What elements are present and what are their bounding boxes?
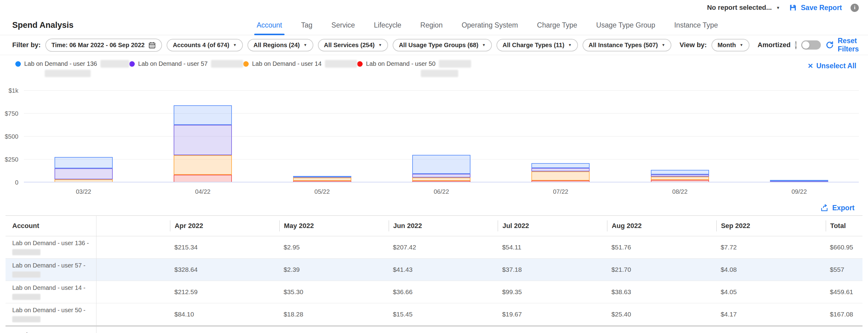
filter-pill-all-instance-types-507[interactable]: All Instance Types (507)▼ <box>583 39 671 52</box>
info-icon[interactable]: i <box>850 4 859 12</box>
table-row: Lab on Demand - user 57 -$328.64$2.39$41… <box>5 259 863 281</box>
filter-by-label: Filter by: <box>12 41 41 49</box>
account-name: Lab on Demand - user 50 - <box>12 306 96 314</box>
total-value-cell: $20.02 <box>716 326 826 333</box>
account-name: Lab on Demand - user 14 - <box>12 284 96 292</box>
value-cell: $167.08 <box>826 303 863 326</box>
spacer-cell <box>96 236 170 259</box>
tab-charge-type[interactable]: Charge Type <box>537 15 577 35</box>
tab-operating-system[interactable]: Operating System <box>462 15 518 35</box>
spacer-cell <box>96 326 170 333</box>
total-row: Total$840.67$58.92$300.95$210.32$137.49$… <box>5 326 863 333</box>
bar-segment-07-22-lab-on-demand-user-57[interactable] <box>531 168 590 171</box>
export-icon <box>820 204 829 212</box>
tab-instance-type[interactable]: Instance Type <box>674 15 718 35</box>
export-button[interactable]: Export <box>820 204 855 212</box>
filter-pill-all-charge-types-11[interactable]: All Charge Types (11)▼ <box>496 39 578 52</box>
bar-segment-07-22-lab-on-demand-user-14[interactable] <box>531 171 590 180</box>
account-cell: Lab on Demand - user 50 - <box>5 303 96 326</box>
redacted-text <box>45 70 91 77</box>
value-cell: $15.45 <box>389 303 498 326</box>
spacer-cell <box>96 281 170 303</box>
filter-pill-all-regions-24[interactable]: All Regions (24)▼ <box>247 39 313 52</box>
filter-pill-label: Accounts 4 (of 674) <box>173 42 229 49</box>
bar-segment-05-22-lab-on-demand-user-14[interactable] <box>293 177 351 181</box>
bar-segment-04-22-lab-on-demand-user-57[interactable] <box>174 125 232 155</box>
value-cell: $18.28 <box>279 303 389 326</box>
account-name: Lab on Demand - user 57 - <box>12 262 96 269</box>
value-cell: $19.67 <box>498 303 607 326</box>
value-cell: $84.10 <box>170 303 279 326</box>
bar-segment-06-22-lab-on-demand-user-14[interactable] <box>412 177 470 181</box>
bar-segment-06-22-lab-on-demand-user-136[interactable] <box>412 155 470 174</box>
value-cell: $36.66 <box>389 281 498 303</box>
bar-segment-04-22-lab-on-demand-user-136[interactable] <box>174 105 232 125</box>
bar-segment-07-22-lab-on-demand-user-136[interactable] <box>531 163 590 168</box>
tab-lifecycle[interactable]: Lifecycle <box>374 15 401 35</box>
tab-region[interactable]: Region <box>420 15 442 35</box>
legend-dot <box>129 61 135 67</box>
legend-dot <box>15 61 21 67</box>
value-cell: $215.34 <box>170 236 279 259</box>
column-header-sep-2022: Sep 2022 <box>716 216 826 236</box>
tab-tag[interactable]: Tag <box>301 15 312 35</box>
filter-pill-label: All Services (254) <box>324 42 375 49</box>
legend-item-lab-on-demand-user-136[interactable]: Lab on Demand - user 136 <box>15 60 129 78</box>
column-header-apr-2022: Apr 2022 <box>170 216 279 236</box>
filter-pill-all-services-254[interactable]: All Services (254)▼ <box>318 39 389 52</box>
bar-segment-08-22-lab-on-demand-user-14[interactable] <box>651 176 709 180</box>
filter-pill-time-06-mar-2022-06-sep-2022[interactable]: Time: 06 Mar 2022 - 06 Sep 2022 <box>45 39 162 52</box>
value-cell: $212.59 <box>170 281 279 303</box>
chevron-down-icon: ▼ <box>482 43 486 47</box>
total-value-cell: $210.32 <box>498 326 607 333</box>
reset-filters-button[interactable]: Reset Filters <box>826 37 859 53</box>
save-report-button[interactable]: Save Report <box>789 3 842 12</box>
legend-item-lab-on-demand-user-57[interactable]: Lab on Demand - user 57 <box>129 60 243 78</box>
chart-legend: Lab on Demand - user 136Lab on Demand - … <box>15 60 471 78</box>
refresh-icon <box>826 41 834 49</box>
filter-pill-label: All Charge Types (11) <box>503 42 564 49</box>
reset-filters-label: Reset Filters <box>838 37 859 53</box>
tab-service[interactable]: Service <box>331 15 355 35</box>
value-cell: $21.70 <box>607 259 716 281</box>
tab-account[interactable]: Account <box>257 15 282 35</box>
toggle-knob <box>802 41 809 49</box>
bar-segment-04-22-lab-on-demand-user-14[interactable] <box>174 155 232 175</box>
legend-label: Lab on Demand - user 50 <box>366 60 436 67</box>
filter-pills: Time: 06 Mar 2022 - 06 Sep 2022Accounts … <box>45 39 671 52</box>
legend-item-lab-on-demand-user-50[interactable]: Lab on Demand - user 50 <box>357 60 471 78</box>
bar-segment-03-22-lab-on-demand-user-57[interactable] <box>55 168 113 179</box>
report-selector-dropdown[interactable]: No report selected... ▼ <box>707 4 780 12</box>
x-axis-tick: 07/22 <box>536 188 585 195</box>
spacer-cell <box>96 259 170 281</box>
bar-segment-03-22-lab-on-demand-user-136[interactable] <box>55 157 113 168</box>
bar-segment-08-22-lab-on-demand-user-136[interactable] <box>651 170 709 175</box>
bar-segment-09-22-lab-on-demand-user-136[interactable] <box>770 180 828 181</box>
spend-chart: $1k$750$500$250003/2204/2205/2206/2207/2… <box>0 86 868 200</box>
y-axis-tick: 0 <box>0 179 19 186</box>
x-axis-tick: 05/22 <box>298 188 347 195</box>
column-header-total: Total <box>826 216 863 236</box>
filter-pill-all-usage-type-groups-68[interactable]: All Usage Type Groups (68)▼ <box>393 39 492 52</box>
report-selector-value: No report selected... <box>707 4 772 12</box>
filter-pill-accounts-4-of-674[interactable]: Accounts 4 (of 674)▼ <box>166 39 243 52</box>
legend-label: Lab on Demand - user 136 <box>24 60 97 67</box>
unselect-all-button[interactable]: ✕ Unselect All <box>808 62 856 70</box>
value-cell: $328.64 <box>170 259 279 281</box>
value-cell: $99.35 <box>498 281 607 303</box>
tab-usage-type-group[interactable]: Usage Type Group <box>596 15 655 35</box>
bar-segment-04-22-lab-on-demand-user-50[interactable] <box>174 175 232 182</box>
column-header-jul-2022: Jul 2022 <box>498 216 607 236</box>
bar-segment-06-22-lab-on-demand-user-57[interactable] <box>412 174 470 177</box>
bar-segment-08-22-lab-on-demand-user-57[interactable] <box>651 174 709 176</box>
filter-bar: Filter by: Time: 06 Mar 2022 - 06 Sep 20… <box>0 35 868 55</box>
legend-item-lab-on-demand-user-14[interactable]: Lab on Demand - user 14 <box>243 60 357 78</box>
bar-segment-05-22-lab-on-demand-user-136[interactable] <box>293 176 351 177</box>
amortized-toggle[interactable] <box>801 40 821 49</box>
amortized-info-icon[interactable]: i <box>795 41 797 49</box>
filter-pill-label: Time: 06 Mar 2022 - 06 Sep 2022 <box>52 42 145 49</box>
view-by-dropdown[interactable]: Month ▼ <box>712 39 749 52</box>
table-row: Lab on Demand - user 14 -$212.59$35.30$3… <box>5 281 863 303</box>
table-row: Lab on Demand - user 136 -$215.34$2.95$2… <box>5 236 863 259</box>
legend-label: Lab on Demand - user 14 <box>252 60 321 67</box>
